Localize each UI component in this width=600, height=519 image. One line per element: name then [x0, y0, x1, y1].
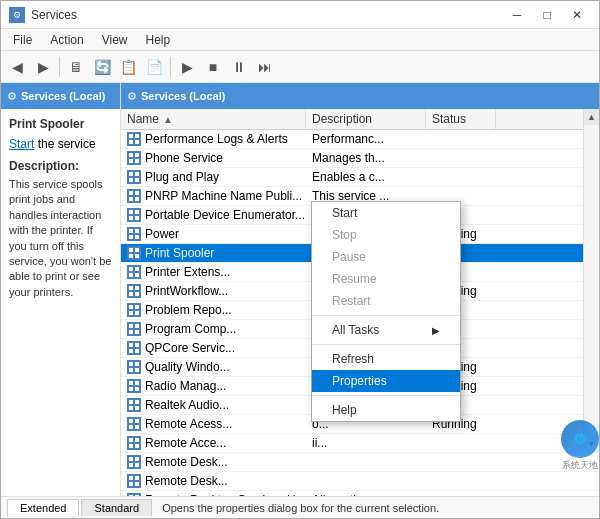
refresh-toolbar-button[interactable]: 🔄	[90, 55, 114, 79]
toolbar: ◀ ▶ 🖥 🔄 📋 📄 ▶ ■ ⏸ ⏭	[1, 51, 599, 83]
svg-rect-53	[135, 381, 139, 385]
svg-rect-50	[129, 368, 133, 372]
scroll-up-button[interactable]: ▲	[584, 109, 599, 125]
menu-bar: File Action View Help	[1, 29, 599, 51]
table-row[interactable]: Remote Desktop Services U... Allows the …	[121, 491, 599, 496]
row-name: Remote Acce...	[121, 434, 306, 452]
row-desc	[306, 472, 426, 490]
panel-header: ⚙ Services (Local)	[121, 83, 599, 109]
svg-rect-67	[135, 444, 139, 448]
col-status[interactable]: Status	[426, 109, 496, 129]
services-window: ⚙ Services ─ □ ✕ File Action View Help ◀…	[0, 0, 600, 519]
context-menu-item-restart: Restart	[312, 290, 460, 312]
col-description[interactable]: Description	[306, 109, 426, 129]
row-name-text: Program Comp...	[145, 322, 236, 336]
submenu-arrow-icon: ▶	[432, 325, 440, 336]
sidebar-link-suffix: the service	[34, 137, 95, 151]
main-content: ⚙ Services (Local) Print Spooler Start t…	[1, 83, 599, 496]
back-button[interactable]: ◀	[5, 55, 29, 79]
sidebar-service-name: Print Spooler	[9, 117, 112, 131]
watermark-icon: 🌐	[574, 433, 586, 445]
svg-rect-76	[129, 495, 133, 496]
table-row[interactable]: Remote Acce... ii...	[121, 434, 599, 453]
svg-rect-54	[129, 387, 133, 391]
tab-standard[interactable]: Standard	[81, 499, 152, 516]
context-menu-item-pause: Pause	[312, 246, 460, 268]
svg-rect-75	[135, 482, 139, 486]
stop-button[interactable]: ■	[201, 55, 225, 79]
row-extra	[496, 320, 516, 338]
row-extra	[496, 168, 516, 186]
row-name: PNRP Machine Name Publi...	[121, 187, 306, 205]
row-name: Performance Logs & Alerts	[121, 130, 306, 148]
scroll-track[interactable]	[584, 125, 599, 436]
title-text: ⚙ Services	[9, 7, 77, 23]
svg-rect-33	[135, 286, 139, 290]
close-button[interactable]: ✕	[563, 5, 591, 25]
row-name: Remote Desk...	[121, 472, 306, 490]
maximize-button[interactable]: □	[533, 5, 561, 25]
properties-toolbar-button[interactable]: 📄	[142, 55, 166, 79]
col-name[interactable]: Name ▲	[121, 109, 306, 129]
row-name-text: Printer Extens...	[145, 265, 230, 279]
menu-help[interactable]: Help	[138, 31, 179, 49]
context-menu-item-all-tasks[interactable]: All Tasks▶	[312, 319, 460, 341]
svg-rect-17	[135, 210, 139, 214]
title-bar: ⚙ Services ─ □ ✕	[1, 1, 599, 29]
menu-view[interactable]: View	[94, 31, 136, 49]
row-status	[426, 434, 496, 452]
table-row[interactable]: Remote Desk...	[121, 453, 599, 472]
context-menu-item-refresh[interactable]: Refresh	[312, 348, 460, 370]
row-desc: Manages th...	[306, 149, 426, 167]
context-menu-item-resume: Resume	[312, 268, 460, 290]
row-extra	[496, 206, 516, 224]
svg-rect-2	[129, 140, 133, 144]
export-button[interactable]: 📋	[116, 55, 140, 79]
svg-rect-47	[135, 349, 139, 353]
computer-button[interactable]: 🖥	[64, 55, 88, 79]
tab-extended[interactable]: Extended	[7, 499, 79, 516]
sidebar-start-link[interactable]: Start	[9, 137, 34, 151]
menu-file[interactable]: File	[5, 31, 40, 49]
tabs-area: Extended Standard	[7, 499, 154, 516]
row-name-text: Portable Device Enumerator...	[145, 208, 305, 222]
svg-rect-28	[129, 267, 133, 271]
forward-button[interactable]: ▶	[31, 55, 55, 79]
minimize-button[interactable]: ─	[503, 5, 531, 25]
svg-rect-66	[129, 444, 133, 448]
pause-button[interactable]: ⏸	[227, 55, 251, 79]
svg-rect-30	[129, 273, 133, 277]
restart-button[interactable]: ⏭	[253, 55, 277, 79]
service-icon	[127, 303, 141, 317]
row-desc: Enables a c...	[306, 168, 426, 186]
svg-rect-23	[135, 235, 139, 239]
row-extra	[496, 225, 516, 243]
svg-rect-25	[135, 248, 139, 252]
context-menu-item-properties[interactable]: Properties	[312, 370, 460, 392]
col-extra	[496, 109, 516, 129]
play-button[interactable]: ▶	[175, 55, 199, 79]
watermark-logo: 🌐	[561, 420, 599, 458]
context-menu-item-help[interactable]: Help	[312, 399, 460, 421]
row-status	[426, 149, 496, 167]
service-icon	[127, 493, 141, 496]
menu-item-label: Properties	[332, 374, 387, 388]
svg-rect-41	[135, 324, 139, 328]
menu-item-label: Refresh	[332, 352, 374, 366]
table-row[interactable]: Plug and Play Enables a c...	[121, 168, 599, 187]
table-row[interactable]: Phone Service Manages th...	[121, 149, 599, 168]
vertical-scrollbar[interactable]: ▲ ▼	[583, 109, 599, 452]
context-menu-item-start[interactable]: Start	[312, 202, 460, 224]
row-name: Power	[121, 225, 306, 243]
row-extra	[496, 149, 516, 167]
svg-rect-20	[129, 229, 133, 233]
svg-rect-43	[135, 330, 139, 334]
svg-rect-35	[135, 292, 139, 296]
menu-action[interactable]: Action	[42, 31, 91, 49]
svg-rect-45	[135, 343, 139, 347]
service-icon	[127, 474, 141, 488]
table-row[interactable]: Performance Logs & Alerts Performanc...	[121, 130, 599, 149]
svg-rect-34	[129, 292, 133, 296]
table-row[interactable]: Remote Desk...	[121, 472, 599, 491]
row-name-text: QPCore Servic...	[145, 341, 235, 355]
